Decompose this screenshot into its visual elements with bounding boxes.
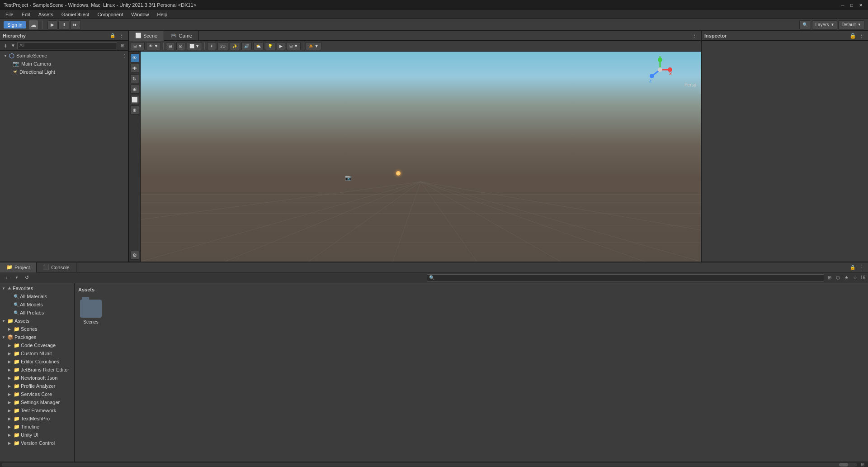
tool-dropdown-1[interactable]: ⊞ ▼ bbox=[131, 42, 145, 50]
tree-item-scenes[interactable]: ▶ 📁 Scenes bbox=[0, 325, 74, 333]
side-tool-view[interactable]: 👁 bbox=[130, 53, 139, 62]
proj-icon-3[interactable]: ★ bbox=[843, 274, 850, 281]
hierarchy-item-maincamera[interactable]: 📷 Main Camera bbox=[0, 60, 128, 68]
default-dropdown[interactable]: Default ▼ bbox=[838, 20, 864, 29]
scene-tab-label: Scene bbox=[143, 33, 157, 38]
hierarchy-search-input[interactable] bbox=[17, 42, 117, 49]
project-lock-icon[interactable]: 🔒 bbox=[849, 264, 856, 271]
project-search-input[interactable] bbox=[427, 274, 824, 281]
side-tool-scale[interactable]: ⊞ bbox=[130, 85, 139, 94]
tab-console[interactable]: ⬛ Console bbox=[37, 262, 76, 272]
scroll-track[interactable] bbox=[2, 463, 857, 467]
svg-text:Z: Z bbox=[649, 79, 652, 83]
close-button[interactable]: ✕ bbox=[857, 1, 864, 9]
menu-window[interactable]: Window bbox=[127, 11, 152, 18]
tree-item-packages[interactable]: ▼ 📦 Packages bbox=[0, 333, 74, 341]
menu-file[interactable]: File bbox=[2, 11, 17, 18]
play-button[interactable]: ▶ bbox=[47, 20, 57, 29]
proj-icon-4[interactable]: ☆ bbox=[852, 274, 859, 281]
scene-canvas[interactable]: 👁 ✙ ↻ ⊞ ⬜ ⊕ ⚙ bbox=[129, 52, 701, 262]
minimize-button[interactable]: ─ bbox=[839, 1, 846, 9]
project-refresh-icon[interactable]: ↺ bbox=[23, 274, 31, 282]
restore-button[interactable]: □ bbox=[848, 1, 855, 9]
tool-animated[interactable]: ▶ bbox=[277, 42, 285, 50]
tool-lighting[interactable]: ☀ bbox=[207, 42, 216, 50]
tab-project[interactable]: 📁 Project bbox=[0, 262, 37, 272]
hierarchy-item-samplescene[interactable]: ▼ ⬡ SampleScene ⋮ bbox=[0, 52, 128, 60]
hierarchy-search-icon[interactable]: ⊞ bbox=[119, 42, 126, 49]
side-tool-transform[interactable]: ⊕ bbox=[130, 105, 139, 114]
tree-item-unityui[interactable]: ▶ 📁 Unity UI bbox=[0, 431, 74, 439]
project-add-button[interactable]: + bbox=[3, 274, 11, 282]
tree-item-allprefabs[interactable]: 🔍 All Prefabs bbox=[0, 309, 74, 317]
side-tool-rotate[interactable]: ↻ bbox=[130, 74, 139, 83]
project-tab-icon: 📁 bbox=[6, 264, 13, 270]
proj-icon-1[interactable]: ⊞ bbox=[826, 274, 833, 281]
tool-grid[interactable]: ⊞ bbox=[166, 42, 175, 50]
hierarchy-add-button[interactable]: + bbox=[2, 42, 9, 49]
tool-flares[interactable]: 💡 bbox=[265, 42, 275, 50]
menu-component[interactable]: Component bbox=[94, 11, 127, 18]
hierarchy-item-directionallight[interactable]: ☀ Directional Light bbox=[0, 68, 128, 76]
menu-help[interactable]: Help bbox=[153, 11, 171, 18]
tree-item-favorites[interactable]: ▼ ★ Favorites bbox=[0, 284, 74, 292]
tool-fx[interactable]: ✨ bbox=[230, 42, 240, 50]
tool-snap[interactable]: ⊠ bbox=[176, 42, 185, 50]
tree-item-profileanalyzer[interactable]: ▶ 📁 Profile Analyzer bbox=[0, 382, 74, 390]
tree-item-assets[interactable]: ▼ 📁 Assets bbox=[0, 317, 74, 325]
layers-label: Layers bbox=[815, 22, 829, 27]
menu-edit[interactable]: Edit bbox=[18, 11, 34, 18]
hierarchy-panel-header: Hierarchy 🔒 ⋮ bbox=[0, 31, 128, 41]
cloud-button[interactable]: ☁ bbox=[29, 20, 38, 29]
side-tool-rect[interactable]: ⬜ bbox=[130, 95, 139, 104]
tab-game[interactable]: 🎮 Game bbox=[164, 31, 199, 41]
step-button[interactable]: ⏭ bbox=[70, 20, 81, 29]
tree-item-newtonsoftjson[interactable]: ▶ 📁 Newtonsoft Json bbox=[0, 374, 74, 382]
tree-item-allmodels[interactable]: 🔍 All Models bbox=[0, 300, 74, 309]
tree-item-settingsmanager[interactable]: ▶ 📁 Settings Manager bbox=[0, 398, 74, 406]
tree-item-versioncontrol[interactable]: ▶ 📁 Version Control bbox=[0, 439, 74, 447]
tool-2d[interactable]: 2D bbox=[217, 42, 228, 50]
tree-item-allmaterials[interactable]: 🔍 All Materials bbox=[0, 292, 74, 300]
inspector-more-icon[interactable]: ⋮ bbox=[858, 32, 865, 39]
tool-sky[interactable]: ⛅ bbox=[253, 42, 264, 50]
inspector-lock-button[interactable]: 🔒 bbox=[849, 32, 856, 39]
layers-dropdown[interactable]: Layers ▼ bbox=[812, 20, 837, 29]
tree-item-timeline[interactable]: ▶ 📁 Timeline bbox=[0, 423, 74, 431]
side-tool-move[interactable]: ✙ bbox=[130, 64, 139, 73]
tree-item-jbrider[interactable]: ▶ 📁 JetBrains Rider Editor bbox=[0, 366, 74, 374]
hierarchy-item-label: Main Camera bbox=[21, 61, 51, 67]
side-tool-settings[interactable]: ⚙ bbox=[130, 251, 139, 260]
asset-item-scenes[interactable]: Scenes bbox=[78, 298, 104, 326]
scroll-thumb[interactable] bbox=[839, 463, 848, 467]
console-tab-label: Console bbox=[51, 265, 69, 270]
tool-hidden[interactable]: 🔅 ▼ bbox=[306, 42, 321, 50]
tree-item-customnunit[interactable]: ▶ 📁 Custom NUnit bbox=[0, 349, 74, 357]
tree-item-label: Code Coverage bbox=[21, 343, 56, 348]
pause-button[interactable]: ⏸ bbox=[58, 20, 69, 29]
sign-in-button[interactable]: Sign in bbox=[4, 21, 26, 29]
layers-icon-btn[interactable]: 🔍 bbox=[799, 20, 811, 29]
bottom-left-panel: 📁 Project ⬛ Console 🔒 ⋮ + ▼ ↺ bbox=[0, 262, 868, 467]
hierarchy-lock-icon[interactable]: 🔒 bbox=[109, 32, 116, 39]
tool-extra1[interactable]: ⬜ ▼ bbox=[187, 42, 202, 50]
proj-icon-2[interactable]: ⬡ bbox=[835, 274, 842, 281]
tool-audio[interactable]: 🔊 bbox=[241, 42, 252, 50]
hierarchy-toolbar: + ▼ ⊞ bbox=[0, 41, 128, 51]
tree-item-editorcoroutines[interactable]: ▶ 📁 Editor Coroutines bbox=[0, 357, 74, 366]
menu-assets[interactable]: Assets bbox=[35, 11, 57, 18]
tree-item-textmeshpro[interactable]: ▶ 📁 TextMeshPro bbox=[0, 415, 74, 423]
project-more-icon[interactable]: ⋮ bbox=[858, 264, 865, 271]
pa-arrow-icon: ▶ bbox=[8, 384, 13, 388]
project-add-arrow-icon[interactable]: ▼ bbox=[13, 274, 21, 282]
menu-gameobject[interactable]: GameObject bbox=[58, 11, 93, 18]
tool-dropdown-2[interactable]: 👁 ▼ bbox=[146, 42, 160, 50]
tree-item-servicescore[interactable]: ▶ 📁 Services Core bbox=[0, 390, 74, 398]
tree-item-codecoverage[interactable]: ▶ 📁 Code Coverage bbox=[0, 341, 74, 349]
scene-more-icon[interactable]: ⋮ bbox=[691, 32, 698, 39]
hierarchy-more-icon[interactable]: ⋮ bbox=[118, 32, 125, 39]
tree-item-testframework[interactable]: ▶ 📁 Test Framework bbox=[0, 406, 74, 415]
tool-extra2[interactable]: ⊞ ▼ bbox=[287, 42, 301, 50]
scene-more-icon[interactable]: ⋮ bbox=[121, 52, 128, 59]
tab-scene[interactable]: ⬜ Scene bbox=[129, 31, 164, 41]
